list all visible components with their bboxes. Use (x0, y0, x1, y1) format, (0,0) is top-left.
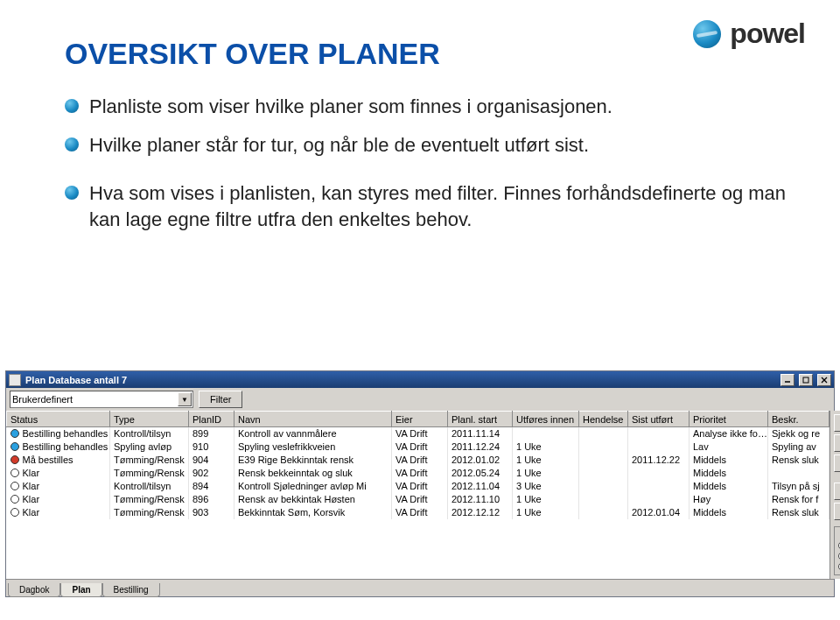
bullet-icon (65, 186, 79, 200)
cell-eier: VA Drift (392, 493, 448, 506)
table-row[interactable]: KlarKontroll/tilsyn894Kontroll Sjølednin… (7, 480, 830, 493)
window-title: Plan Database antall 7 (25, 375, 776, 385)
col-eier[interactable]: Eier (392, 412, 448, 427)
cell-type: Tømming/Rensk (110, 493, 189, 506)
status-dot-icon (10, 482, 19, 490)
table-row[interactable]: KlarTømming/Rensk903Bekkinntak Søm, Kors… (7, 506, 830, 519)
cell-beskr: Tilsyn på sj (768, 480, 830, 493)
cell-utfores (513, 427, 579, 440)
rediger-button[interactable]: Rediger (834, 434, 840, 452)
cell-utfores: 1 Uke (513, 493, 579, 506)
bullet-text: Hvilke planer står for tur, og når ble d… (89, 132, 788, 159)
cell-sist (628, 440, 690, 454)
cell-prioritet: Middels (690, 480, 768, 493)
cell-navn: Kontroll av vannmålere (234, 427, 392, 440)
filter-button[interactable]: Filter (199, 391, 242, 408)
window-body: Status Type PlanID Navn Eier Planl. star… (6, 411, 834, 579)
plan-grid[interactable]: Status Type PlanID Navn Eier Planl. star… (6, 411, 830, 579)
cell-status: Klar (23, 494, 40, 504)
apne-utvalg-button[interactable]: Åpne utvalg (834, 483, 840, 500)
tab-bestilling[interactable]: Bestilling (102, 583, 160, 597)
plan-table[interactable]: Status Type PlanID Navn Eier Planl. star… (6, 411, 830, 519)
window-icon (9, 374, 21, 386)
table-row[interactable]: KlarTømming/Rensk896Rensk av bekkintak H… (7, 493, 830, 506)
cell-eier: VA Drift (392, 454, 448, 467)
cell-prioritet: Høy (690, 493, 768, 506)
table-row[interactable]: KlarTømming/Rensk902Rensk bekkeinntak og… (7, 467, 830, 480)
col-planl-start[interactable]: Planl. start (448, 412, 513, 427)
bullet-item: Hva som vises i planlisten, kan styres m… (65, 180, 788, 232)
cell-hendelse (579, 493, 628, 506)
bullet-item: Hvilke planer står for tur, og når ble d… (65, 132, 788, 159)
cell-planid: 894 (189, 480, 234, 493)
tab-label: Dagbok (19, 585, 49, 595)
status-dot-icon (10, 429, 19, 438)
cell-hendelse (579, 454, 628, 467)
tab-plan[interactable]: Plan (60, 583, 102, 597)
cell-eier: VA Drift (392, 467, 448, 480)
cell-utfores: 1 Uke (513, 467, 579, 480)
col-utfores[interactable]: Utføres innen (513, 412, 579, 427)
cell-planl: 2011.12.24 (448, 440, 513, 454)
col-beskr[interactable]: Beskr. (768, 412, 830, 427)
bullet-item: Planliste som viser hvilke planer som fi… (65, 94, 788, 120)
col-navn[interactable]: Navn (234, 412, 392, 427)
bullet-text: Hva som vises i planlisten, kan styres m… (89, 180, 788, 232)
status-dot-icon (10, 508, 19, 517)
tab-label: Bestilling (114, 585, 149, 595)
cell-utfores: 1 Uke (513, 506, 579, 519)
hjelp-button[interactable]: Hjelp (834, 503, 840, 520)
ny-button[interactable]: Ny (834, 414, 840, 432)
content-area: OVERSIKT OVER PLANER Planliste som viser… (65, 37, 788, 245)
filter-combo[interactable]: Brukerdefinert ▼ (10, 391, 193, 408)
cell-planid: 902 (189, 467, 234, 480)
cell-hendelse (579, 440, 628, 454)
cell-navn: Kontroll Sjøledninger avløp Mi (234, 480, 392, 493)
filter-combo-value: Brukerdefinert (12, 394, 73, 405)
cell-status: Klar (23, 481, 40, 491)
table-row[interactable]: Bestilling behandlesSpyling avløp910Spyl… (7, 440, 830, 454)
cell-status: Klar (23, 468, 40, 478)
window-sidebar: Ny Rediger Slett Åpne utvalg Hjelp Vis A… (830, 411, 840, 579)
table-row[interactable]: Må bestillesTømming/Rensk904E39 Rige Bek… (7, 454, 830, 467)
bullet-text: Planliste som viser hvilke planer som fi… (89, 94, 788, 120)
bottom-tabs: Dagbok Plan Bestilling (6, 579, 834, 596)
col-type[interactable]: Type (110, 412, 189, 427)
cell-navn: Rensk av bekkintak Høsten (234, 493, 392, 506)
minimize-button[interactable] (780, 374, 794, 386)
cell-eier: VA Drift (392, 427, 448, 440)
cell-prioritet: Lav (690, 440, 768, 454)
cell-hendelse (579, 467, 628, 480)
cell-beskr: Sjekk og re (768, 427, 830, 440)
filter-button-label: Filter (210, 394, 231, 405)
cell-beskr: Rensk for f (768, 493, 830, 506)
cell-prioritet: Middels (690, 506, 768, 519)
tab-dagbok[interactable]: Dagbok (8, 583, 60, 597)
chevron-down-icon[interactable]: ▼ (178, 392, 192, 406)
table-row[interactable]: Bestilling behandlesKontroll/tilsyn899Ko… (7, 427, 830, 440)
col-sist[interactable]: Sist utført (628, 412, 690, 427)
cell-planl: 2012.11.10 (448, 493, 513, 506)
col-status[interactable]: Status (7, 412, 110, 427)
status-dot-icon (10, 469, 19, 477)
cell-sist (628, 467, 690, 480)
cell-beskr (768, 467, 830, 480)
close-button[interactable] (817, 374, 831, 386)
cell-planl: 2011.11.14 (448, 427, 513, 440)
col-planid[interactable]: PlanID (189, 412, 234, 427)
cell-hendelse (579, 427, 628, 440)
col-prioritet[interactable]: Prioritet (690, 412, 768, 427)
cell-prioritet: Middels (690, 467, 768, 480)
page-title: OVERSIKT OVER PLANER (65, 37, 788, 71)
cell-planl: 2012.11.04 (448, 480, 513, 493)
cell-navn: Spyling veslefrikkveien (234, 440, 392, 454)
cell-eier: VA Drift (392, 480, 448, 493)
cell-navn: Rensk bekkeinntak og sluk (234, 467, 392, 480)
col-hendelse[interactable]: Hendelse (579, 412, 628, 427)
cell-planid: 903 (189, 506, 234, 519)
cell-utfores: 3 Uke (513, 480, 579, 493)
slett-button[interactable]: Slett (834, 454, 840, 472)
maximize-button[interactable] (799, 374, 813, 386)
tab-label: Plan (72, 585, 90, 595)
cell-eier: VA Drift (392, 506, 448, 519)
